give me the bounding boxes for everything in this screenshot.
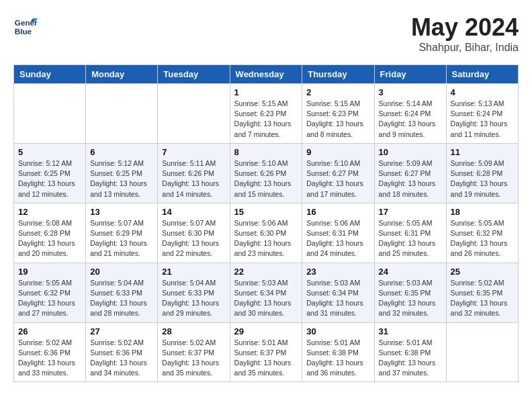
title-block: May 2024 Shahpur, Bihar, India [411,13,519,54]
weekday-header-tuesday: Tuesday [158,65,230,84]
day-cell: 30Sunrise: 5:01 AMSunset: 6:38 PMDayligh… [302,322,374,382]
day-info: Sunrise: 5:04 AMSunset: 6:33 PMDaylight:… [162,278,225,319]
day-number: 28 [162,326,225,336]
day-cell: 16Sunrise: 5:06 AMSunset: 6:31 PMDayligh… [302,203,374,263]
location: Shahpur, Bihar, India [411,42,519,54]
week-row-1: 1Sunrise: 5:15 AMSunset: 6:23 PMDaylight… [14,84,519,144]
day-cell: 19Sunrise: 5:05 AMSunset: 6:32 PMDayligh… [14,263,86,322]
day-cell: 14Sunrise: 5:07 AMSunset: 6:30 PMDayligh… [158,203,230,263]
svg-text:Blue: Blue [15,27,32,36]
day-cell: 27Sunrise: 5:02 AMSunset: 6:36 PMDayligh… [86,322,158,382]
week-row-2: 5Sunrise: 5:12 AMSunset: 6:25 PMDaylight… [14,143,519,203]
day-number: 7 [162,147,225,157]
day-cell: 5Sunrise: 5:12 AMSunset: 6:25 PMDaylight… [14,143,86,203]
day-info: Sunrise: 5:07 AMSunset: 6:30 PMDaylight:… [162,218,225,259]
day-info: Sunrise: 5:01 AMSunset: 6:38 PMDaylight:… [306,338,369,379]
day-number: 5 [18,147,81,157]
day-cell: 21Sunrise: 5:04 AMSunset: 6:33 PMDayligh… [158,263,230,322]
day-number: 21 [162,267,225,277]
day-cell: 6Sunrise: 5:12 AMSunset: 6:25 PMDaylight… [86,143,158,203]
day-number: 30 [306,326,369,336]
day-cell: 29Sunrise: 5:01 AMSunset: 6:37 PMDayligh… [230,322,302,382]
day-info: Sunrise: 5:05 AMSunset: 6:32 PMDaylight:… [18,278,81,319]
day-number: 14 [162,207,225,217]
day-cell: 3Sunrise: 5:14 AMSunset: 6:24 PMDaylight… [374,84,446,144]
week-row-3: 12Sunrise: 5:08 AMSunset: 6:28 PMDayligh… [14,203,519,263]
day-number: 1 [234,87,298,97]
weekday-header-sunday: Sunday [14,65,86,84]
day-info: Sunrise: 5:14 AMSunset: 6:24 PMDaylight:… [379,99,442,140]
week-row-4: 19Sunrise: 5:05 AMSunset: 6:32 PMDayligh… [14,263,519,322]
day-number: 11 [451,147,514,157]
day-number: 3 [379,87,442,97]
day-number: 18 [451,207,514,217]
day-cell [86,84,158,144]
weekday-header-monday: Monday [86,65,158,84]
day-info: Sunrise: 5:12 AMSunset: 6:25 PMDaylight:… [90,158,153,199]
day-number: 6 [90,147,153,157]
day-info: Sunrise: 5:15 AMSunset: 6:23 PMDaylight:… [306,99,369,140]
day-number: 20 [90,267,153,277]
day-info: Sunrise: 5:02 AMSunset: 6:36 PMDaylight:… [90,338,153,379]
day-info: Sunrise: 5:10 AMSunset: 6:26 PMDaylight:… [234,158,298,199]
day-cell [14,84,86,144]
day-cell: 11Sunrise: 5:09 AMSunset: 6:28 PMDayligh… [446,143,518,203]
day-cell: 28Sunrise: 5:02 AMSunset: 6:37 PMDayligh… [158,322,230,382]
day-info: Sunrise: 5:03 AMSunset: 6:35 PMDaylight:… [379,278,442,319]
day-cell: 18Sunrise: 5:05 AMSunset: 6:32 PMDayligh… [446,203,518,263]
week-row-5: 26Sunrise: 5:02 AMSunset: 6:36 PMDayligh… [14,322,519,382]
day-cell: 22Sunrise: 5:03 AMSunset: 6:34 PMDayligh… [230,263,302,322]
day-info: Sunrise: 5:03 AMSunset: 6:34 PMDaylight:… [234,278,298,319]
day-info: Sunrise: 5:02 AMSunset: 6:35 PMDaylight:… [451,278,514,319]
day-cell: 23Sunrise: 5:03 AMSunset: 6:34 PMDayligh… [302,263,374,322]
day-info: Sunrise: 5:02 AMSunset: 6:37 PMDaylight:… [162,338,225,379]
day-cell: 9Sunrise: 5:10 AMSunset: 6:27 PMDaylight… [302,143,374,203]
day-number: 25 [451,267,514,277]
day-cell: 4Sunrise: 5:13 AMSunset: 6:24 PMDaylight… [446,84,518,144]
day-cell: 17Sunrise: 5:05 AMSunset: 6:31 PMDayligh… [374,203,446,263]
day-cell: 7Sunrise: 5:11 AMSunset: 6:26 PMDaylight… [158,143,230,203]
logo: General Blue [13,13,38,38]
day-number: 13 [90,207,153,217]
weekday-header-saturday: Saturday [446,65,518,84]
day-cell: 24Sunrise: 5:03 AMSunset: 6:35 PMDayligh… [374,263,446,322]
weekday-header-thursday: Thursday [302,65,374,84]
weekday-header-friday: Friday [374,65,446,84]
day-number: 29 [234,326,298,336]
day-info: Sunrise: 5:15 AMSunset: 6:23 PMDaylight:… [234,99,298,140]
day-info: Sunrise: 5:13 AMSunset: 6:24 PMDaylight:… [451,99,514,140]
day-cell: 25Sunrise: 5:02 AMSunset: 6:35 PMDayligh… [446,263,518,322]
day-number: 26 [18,326,81,336]
day-number: 31 [379,326,442,336]
page-header: General Blue May 2024 Shahpur, Bihar, In… [13,13,519,54]
day-info: Sunrise: 5:05 AMSunset: 6:31 PMDaylight:… [379,218,442,259]
day-number: 9 [306,147,369,157]
day-number: 17 [379,207,442,217]
day-info: Sunrise: 5:01 AMSunset: 6:37 PMDaylight:… [234,338,298,379]
day-number: 10 [379,147,442,157]
day-info: Sunrise: 5:09 AMSunset: 6:28 PMDaylight:… [451,158,514,199]
day-info: Sunrise: 5:06 AMSunset: 6:30 PMDaylight:… [234,218,298,259]
day-cell: 13Sunrise: 5:07 AMSunset: 6:29 PMDayligh… [86,203,158,263]
day-info: Sunrise: 5:09 AMSunset: 6:27 PMDaylight:… [379,158,442,199]
weekday-header-row: SundayMondayTuesdayWednesdayThursdayFrid… [14,65,519,84]
weekday-header-wednesday: Wednesday [230,65,302,84]
day-cell: 8Sunrise: 5:10 AMSunset: 6:26 PMDaylight… [230,143,302,203]
day-number: 8 [234,147,298,157]
month-title: May 2024 [411,13,519,42]
day-cell [158,84,230,144]
day-number: 2 [306,87,369,97]
day-number: 16 [306,207,369,217]
day-cell [446,322,518,382]
calendar-table: SundayMondayTuesdayWednesdayThursdayFrid… [13,64,519,382]
day-info: Sunrise: 5:10 AMSunset: 6:27 PMDaylight:… [306,158,369,199]
day-info: Sunrise: 5:02 AMSunset: 6:36 PMDaylight:… [18,338,81,379]
day-number: 27 [90,326,153,336]
day-cell: 10Sunrise: 5:09 AMSunset: 6:27 PMDayligh… [374,143,446,203]
day-info: Sunrise: 5:06 AMSunset: 6:31 PMDaylight:… [306,218,369,259]
day-number: 23 [306,267,369,277]
logo-icon: General Blue [13,13,38,38]
day-cell: 31Sunrise: 5:01 AMSunset: 6:38 PMDayligh… [374,322,446,382]
day-cell: 12Sunrise: 5:08 AMSunset: 6:28 PMDayligh… [14,203,86,263]
day-info: Sunrise: 5:12 AMSunset: 6:25 PMDaylight:… [18,158,81,199]
